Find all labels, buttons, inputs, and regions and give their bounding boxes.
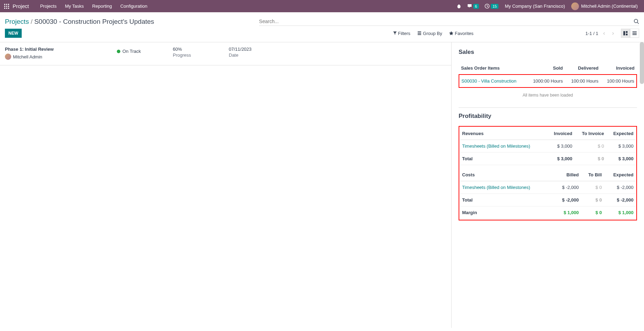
svg-rect-8 — [8, 8, 9, 9]
divider — [459, 107, 637, 108]
cost-item-link[interactable]: Timesheets (Billed on Milestones) — [462, 185, 530, 190]
sales-invoiced: 100:00 Hours — [601, 75, 637, 87]
sales-th-invoiced: Invoiced — [601, 62, 637, 75]
rev-th-1: Invoiced — [547, 127, 574, 140]
apps-icon[interactable] — [3, 3, 10, 9]
pager-next[interactable]: › — [610, 29, 616, 37]
nav-mytasks[interactable]: My Tasks — [61, 0, 88, 12]
svg-rect-3 — [4, 6, 5, 7]
date-label: Date — [229, 52, 285, 58]
svg-rect-18 — [632, 33, 637, 34]
owner-avatar — [5, 54, 11, 60]
cost-th-0: Costs — [460, 169, 554, 181]
sales-row: S00030 - Villa Construction 1000:00 Hour… — [459, 75, 637, 87]
favorites-button[interactable]: Favorites — [449, 31, 473, 36]
svg-rect-5 — [8, 6, 9, 7]
profitability-heading: Profitability — [459, 113, 637, 120]
svg-rect-1 — [6, 4, 7, 5]
cost-total-row: Total $ -2,000 $ 0 $ -2,000 — [460, 194, 636, 206]
pager-prev[interactable]: ‹ — [601, 29, 607, 37]
rev-total-toinvoice: $ 0 — [574, 153, 606, 165]
user-name: Mitchell Admin (Continental) — [581, 3, 638, 9]
pager-text: 1-1 / 1 — [585, 31, 598, 36]
sales-heading: Sales — [459, 49, 637, 56]
filters-button[interactable]: Filters — [393, 31, 410, 36]
svg-rect-19 — [632, 34, 637, 35]
rev-item-link[interactable]: Timesheets (Billed on Milestones) — [462, 143, 530, 149]
cost-row: Timesheets (Billed on Milestones) $ -2,0… — [460, 181, 636, 194]
company-selector[interactable]: My Company (San Francisco) — [505, 3, 565, 9]
kanban-view-icon[interactable] — [621, 29, 630, 38]
list-item[interactable]: Phase 1: Initial Review Mitchell Admin O… — [0, 42, 451, 65]
status-text: On Track — [122, 49, 141, 54]
groupby-button[interactable]: Group By — [417, 31, 442, 36]
rev-expected: $ 3,000 — [606, 140, 636, 153]
control-row: NEW Filters Group By Favorites 1-1 / 1 ‹… — [0, 26, 644, 42]
nav-reporting[interactable]: Reporting — [88, 0, 116, 12]
cost-total-expected: $ -2,000 — [604, 194, 636, 206]
left-panel: Phase 1: Initial Review Mitchell Admin O… — [0, 42, 452, 328]
svg-rect-11 — [418, 31, 421, 32]
margin-row: Margin $ 1,000 $ 0 $ 1,000 — [460, 206, 636, 219]
activities-badge: 15 — [491, 4, 498, 9]
right-panel: Sales Sales Order Items Sold Delivered I… — [452, 42, 644, 328]
activities-icon[interactable]: 15 — [484, 3, 498, 9]
cost-th-3: Expected — [604, 169, 636, 181]
status-dot-icon — [117, 50, 120, 53]
svg-rect-17 — [632, 31, 637, 32]
cost-expected: $ -2,000 — [604, 181, 636, 194]
owner-name: Mitchell Admin — [13, 54, 42, 59]
svg-rect-7 — [6, 8, 7, 9]
rev-th-3: Expected — [606, 127, 636, 140]
breadcrumb-row: Projects/S00030 - Construction Project's… — [0, 12, 644, 26]
margin-c1: $ 1,000 — [554, 206, 581, 219]
svg-rect-12 — [418, 33, 421, 34]
cost-total-label: Total — [460, 194, 554, 206]
owner: Mitchell Admin — [5, 54, 42, 60]
rev-toinvoice: $ 0 — [574, 140, 606, 153]
search-wrap — [259, 17, 639, 26]
cost-total-tobill: $ 0 — [581, 194, 604, 206]
svg-rect-2 — [8, 4, 9, 5]
svg-rect-6 — [4, 8, 5, 9]
nav-configuration[interactable]: Configuration — [116, 0, 151, 12]
breadcrumb: Projects/S00030 - Construction Project's… — [5, 18, 154, 26]
debug-icon[interactable] — [457, 4, 461, 9]
sales-sold: 1000:00 Hours — [526, 75, 565, 87]
breadcrumb-root[interactable]: Projects — [5, 18, 29, 25]
rev-total-label: Total — [460, 153, 547, 165]
search-input[interactable] — [259, 19, 631, 24]
cost-tobill: $ 0 — [581, 181, 604, 194]
filter-bar: Filters Group By Favorites — [393, 31, 474, 36]
breadcrumb-sep: / — [31, 18, 33, 25]
rev-invoiced: $ 3,000 — [547, 140, 574, 153]
profitability-block: Revenues Invoiced To Invoice Expected Ti… — [459, 126, 637, 220]
messages-icon[interactable]: 6 — [467, 3, 479, 9]
sales-item-link[interactable]: S00030 - Villa Construction — [461, 78, 516, 84]
svg-rect-14 — [623, 31, 625, 35]
svg-rect-13 — [418, 34, 421, 35]
progress-label: Progress — [173, 52, 229, 58]
cost-total-billed: $ -2,000 — [554, 194, 581, 206]
pager: 1-1 / 1 ‹ › — [585, 29, 616, 37]
revenues-table: Revenues Invoiced To Invoice Expected Ti… — [460, 127, 636, 165]
brand[interactable]: Project — [13, 3, 29, 9]
svg-point-10 — [634, 19, 638, 23]
sales-th-sold: Sold — [526, 62, 565, 75]
rev-row: Timesheets (Billed on Milestones) $ 3,00… — [460, 140, 636, 153]
svg-rect-4 — [6, 6, 7, 7]
avatar — [571, 2, 579, 10]
sales-table: Sales Order Items Sold Delivered Invoice… — [459, 62, 637, 88]
new-button[interactable]: NEW — [5, 29, 22, 38]
cost-th-1: Billed — [554, 169, 581, 181]
margin-c2: $ 0 — [581, 206, 604, 219]
breadcrumb-current: S00030 - Construction Project's Updates — [34, 18, 154, 25]
user-menu[interactable]: Mitchell Admin (Continental) — [571, 2, 638, 10]
nav-projects[interactable]: Projects — [36, 0, 61, 12]
svg-rect-15 — [626, 31, 628, 33]
scrollbar[interactable] — [640, 42, 644, 84]
svg-rect-16 — [626, 34, 628, 35]
svg-rect-0 — [4, 4, 5, 5]
list-view-icon[interactable] — [630, 29, 639, 38]
search-icon[interactable] — [634, 19, 639, 24]
